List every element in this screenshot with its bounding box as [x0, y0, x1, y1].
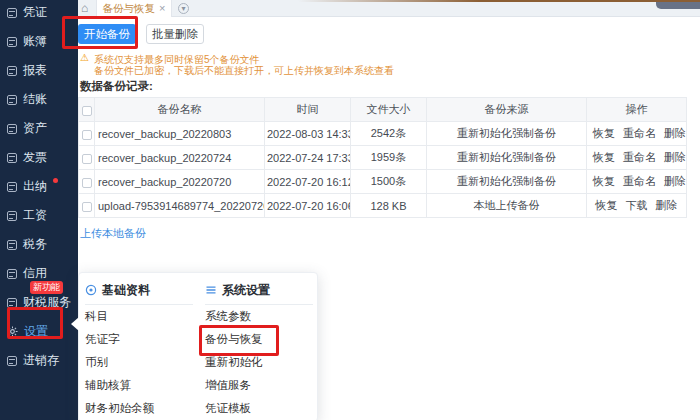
start-backup-button[interactable]: 开始备份 [78, 24, 136, 44]
gear-icon [7, 326, 18, 337]
row-checkbox[interactable] [82, 178, 92, 188]
backup-size: 128 KB [351, 194, 427, 218]
sidebar-item-label: 发票 [23, 149, 47, 166]
main-content: ⌂ 备份与恢复 × ▾ 开始备份 批量删除 ⚠ 系统仅支持最多同时保留5个备份文… [78, 0, 700, 420]
backup-source: 本地上传备份 [427, 194, 587, 218]
closing-icon [7, 95, 17, 105]
sidebar-item-ledger[interactable]: 账簿 [0, 27, 78, 56]
sidebar-item-label: 出纳 [23, 178, 47, 195]
sidebar-item-label: 资产 [23, 120, 47, 137]
settings-popup-menu: 基础资料 科目 凭证字 币别 辅助核算 财务初始余额 系统设置 系统参数 备份与… [78, 272, 318, 420]
batch-delete-button[interactable]: 批量删除 [146, 24, 204, 44]
delete-action[interactable]: 删除 [656, 199, 678, 211]
row-checkbox[interactable] [82, 154, 92, 164]
sidebar-item-closing[interactable]: 结账 [0, 85, 78, 114]
backup-time: 2022-08-03 14:33:03 [265, 122, 351, 146]
rename-action[interactable]: 重命名 [623, 175, 656, 187]
sidebar-item-label: 凭证 [23, 4, 47, 21]
tax-icon [7, 240, 17, 250]
sidebar-item-label: 财税服务 [23, 294, 71, 311]
sidebar-item-label: 设置 [24, 323, 48, 340]
backup-records-table: 备份名称 时间 文件大小 备份来源 操作 recover_backup_2022… [78, 97, 687, 218]
payroll-icon [7, 211, 17, 221]
sidebar-item-label: 信用 [23, 265, 47, 282]
sidebar-item-settings[interactable]: 设置 [0, 317, 78, 346]
menu-item-initial-balance[interactable]: 财务初始余额 [85, 397, 193, 420]
sidebar-item-finance-tax-services[interactable]: 新功能 财税服务 [0, 288, 78, 317]
row-checkbox[interactable] [82, 202, 92, 212]
invoice-icon [7, 153, 17, 163]
tab-bar: ⌂ 备份与恢复 × ▾ [78, 0, 700, 17]
menu-item-currency[interactable]: 币别 [85, 351, 193, 374]
upload-local-backup-link[interactable]: 上传本地备份 [80, 226, 146, 241]
backup-name: upload-7953914689774_20220720_160648.zip [95, 194, 265, 218]
table-row: recover_backup_20220724 2022-07-24 17:33… [79, 146, 687, 170]
sidebar-item-voucher[interactable]: 凭证 [0, 0, 78, 27]
backup-size: 2542条 [351, 122, 427, 146]
backup-name: recover_backup_20220724 [95, 146, 265, 170]
sidebar-item-payroll[interactable]: 工资 [0, 201, 78, 230]
backup-name: recover_backup_20220720 [95, 170, 265, 194]
sidebar-item-label: 报表 [23, 62, 47, 79]
report-icon [7, 66, 17, 76]
restore-action[interactable]: 恢复 [596, 199, 618, 211]
menu-item-auxiliary-accounting[interactable]: 辅助核算 [85, 374, 193, 397]
menu-item-voucher-template[interactable]: 凭证模板 [205, 397, 313, 420]
tab-backup-restore[interactable]: 备份与恢复 × [96, 0, 172, 17]
select-all-checkbox[interactable] [82, 106, 92, 116]
download-action[interactable]: 下载 [626, 199, 648, 211]
home-tab-icon[interactable]: ⌂ [81, 1, 88, 16]
menu-item-voucher-word[interactable]: 凭证字 [85, 328, 193, 351]
tab-label: 备份与恢复 [103, 2, 156, 16]
system-settings-icon [205, 284, 217, 296]
backup-time: 2022-07-24 17:33:32 [265, 146, 351, 170]
delete-action[interactable]: 删除 [664, 127, 686, 139]
popup-header-label: 基础资料 [102, 282, 150, 299]
sidebar-item-cashier[interactable]: 出纳 [0, 172, 78, 201]
sidebar-item-label: 进销存 [23, 352, 59, 369]
finance-tax-services-icon [7, 298, 17, 308]
notice-line-2: 备份文件已加密，下载后不能直接打开，可上传并恢复到本系统查看 [94, 64, 394, 78]
menu-item-reinitialize[interactable]: 重新初始化 [205, 351, 313, 374]
popup-column-basic-data: 基础资料 科目 凭证字 币别 辅助核算 财务初始余额 [85, 282, 193, 420]
popup-column-system-settings: 系统设置 系统参数 备份与恢复 重新初始化 增值服务 凭证模板 [205, 282, 313, 420]
menu-item-system-parameters[interactable]: 系统参数 [205, 305, 313, 328]
sidebar-item-label: 税务 [23, 236, 47, 253]
menu-item-backup-restore[interactable]: 备份与恢复 [205, 328, 313, 351]
col-header-time: 时间 [265, 98, 351, 122]
restore-action[interactable]: 恢复 [593, 127, 615, 139]
delete-action[interactable]: 删除 [664, 151, 686, 163]
restore-action[interactable]: 恢复 [593, 151, 615, 163]
sidebar-item-inventory[interactable]: 进销存 [0, 346, 78, 375]
credit-icon [7, 269, 17, 279]
menu-item-subjects[interactable]: 科目 [85, 305, 193, 328]
backup-size: 1959条 [351, 146, 427, 170]
window-top-edge [298, 0, 700, 2]
menu-item-value-added-services[interactable]: 增值服务 [205, 374, 313, 397]
warning-icon: ⚠ [80, 52, 89, 63]
close-icon[interactable]: × [159, 3, 165, 14]
inventory-icon [7, 356, 17, 366]
backup-time: 2022-07-20 16:06:49 [265, 194, 351, 218]
popup-header-label: 系统设置 [222, 282, 270, 299]
rename-action[interactable]: 重命名 [623, 151, 656, 163]
ledger-icon [7, 37, 17, 47]
sidebar-item-tax[interactable]: 税务 [0, 230, 78, 259]
sidebar-item-assets[interactable]: 资产 [0, 114, 78, 143]
backup-name: recover_backup_20220803 [95, 122, 265, 146]
basic-data-icon [85, 284, 97, 296]
tab-list-dropdown-icon[interactable]: ▾ [178, 3, 189, 14]
row-checkbox[interactable] [82, 130, 92, 140]
sidebar-item-label: 工资 [23, 207, 47, 224]
voucher-icon [7, 8, 17, 18]
sidebar-item-label: 账簿 [23, 33, 47, 50]
notification-dot [53, 178, 58, 183]
delete-action[interactable]: 删除 [664, 175, 686, 187]
sidebar: 凭证 账簿 报表 结账 资产 发票 出纳 工资 税务 信用 新功能 财税服务 [0, 0, 78, 420]
backup-size: 1500条 [351, 170, 427, 194]
sidebar-item-invoice[interactable]: 发票 [0, 143, 78, 172]
restore-action[interactable]: 恢复 [593, 175, 615, 187]
table-row: recover_backup_20220720 2022-07-20 16:12… [79, 170, 687, 194]
sidebar-item-reports[interactable]: 报表 [0, 56, 78, 85]
rename-action[interactable]: 重命名 [623, 127, 656, 139]
